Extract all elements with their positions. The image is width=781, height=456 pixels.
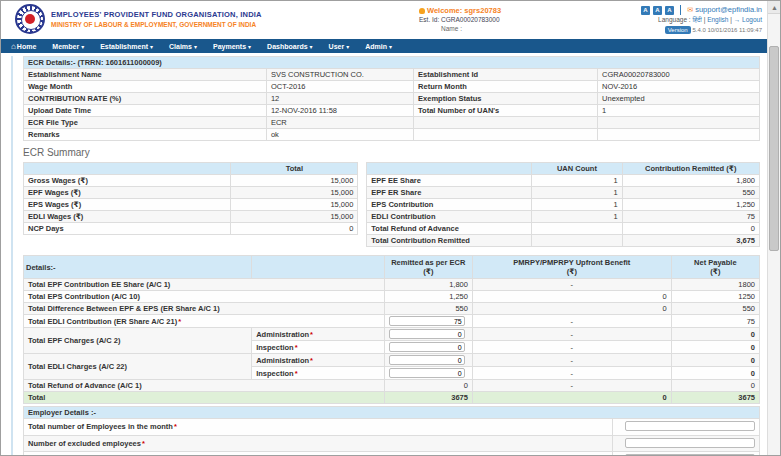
vertical-scrollbar[interactable]: ▲ <box>767 1 780 455</box>
table-row: Wage MonthOCT-2016 Return MonthNOV-2016 <box>24 81 760 93</box>
column-header: Net Payable(₹) <box>671 256 759 279</box>
column-header: Total <box>231 163 358 175</box>
table-row: NCP Days0 <box>24 223 358 235</box>
edli-admin-charges-input[interactable] <box>389 355 465 365</box>
main-navbar: ⌂Home Member▾ Establishment▾ Claims▾ Pay… <box>1 39 780 53</box>
column-header: PMRPY/PMPRPY Upfront Benefit(₹) <box>472 256 671 279</box>
table-row: Total EPS Contribution (A/C 10) 1,250 0 … <box>24 291 760 303</box>
chevron-down-icon: ▾ <box>389 44 392 50</box>
org-subtitle: MINISTRY OF LABOUR & EMPLOYMENT, GOVERNM… <box>51 21 262 28</box>
ecr-details-table: ECR Details:- (TRRN: 1601611000009) Esta… <box>23 56 760 141</box>
required-marker: * <box>178 317 181 326</box>
table-row: ECR File TypeECR <box>24 117 760 129</box>
edli-contribution-input[interactable] <box>389 316 465 326</box>
required-marker: * <box>310 356 313 365</box>
table-row: Total EDLI Contribution (ER Share A/C 21… <box>24 315 760 328</box>
envelope-icon: ✉ <box>687 6 693 13</box>
epf-inspection-charges-input[interactable] <box>389 342 465 352</box>
version-text: 5.4.0 10/01/2016 11:09:47 <box>692 27 762 33</box>
nav-member[interactable]: Member▾ <box>52 43 84 50</box>
table-row: EPF EE Share11,800 <box>367 175 760 187</box>
table-row: EPS Contribution11,250 <box>367 199 760 211</box>
logout-arrow-icon: → <box>734 16 741 23</box>
epfo-logo-icon <box>15 4 45 34</box>
table-row: Total Difference Between EPF & EPS (ER S… <box>24 303 760 315</box>
table-row: Total number of Employees in the month* <box>24 419 760 436</box>
edli-inspection-charges-input[interactable] <box>389 368 465 378</box>
required-marker: * <box>295 369 298 378</box>
table-row: EDLI Wages (₹)15,000 <box>24 211 358 223</box>
table-row: Gross Wages (₹)15,000 <box>24 175 358 187</box>
nav-claims[interactable]: Claims▾ <box>169 43 197 50</box>
required-marker: * <box>295 343 298 352</box>
welcome-text: Welcome: sgrs20783 <box>427 6 501 15</box>
contribution-summary-table: UAN Count Contribution Remitted (₹) EPF … <box>366 162 760 247</box>
chevron-down-icon: ▾ <box>310 44 313 50</box>
chevron-down-icon: ▾ <box>81 44 84 50</box>
ecr-summary-heading: ECR Summary <box>23 147 760 158</box>
top-header: EMPLOYEES' PROVIDENT FUND ORGANISATION, … <box>1 1 780 39</box>
support-email-link[interactable]: support@epfindia.in <box>695 5 762 14</box>
excluded-employees-input[interactable] <box>625 438 755 448</box>
nav-user[interactable]: User▾ <box>329 43 350 50</box>
chevron-down-icon: ▾ <box>346 44 349 50</box>
total-employees-input[interactable] <box>625 421 755 431</box>
table-row: Total Refund of Advance0 <box>367 223 760 235</box>
version-badge: Version <box>665 26 691 34</box>
table-row: Upload Date Time12-NOV-2016 11:58 Total … <box>24 105 760 117</box>
org-title: EMPLOYEES' PROVIDENT FUND ORGANISATION, … <box>51 10 262 19</box>
language-english-link[interactable]: English <box>707 16 728 23</box>
brand: EMPLOYEES' PROVIDENT FUND ORGANISATION, … <box>15 4 262 34</box>
font-size-small-button[interactable]: A <box>641 6 650 15</box>
scrollbar-thumb[interactable] <box>769 46 779 251</box>
table-row: EPF ER Share1550 <box>367 187 760 199</box>
language-label: Language : <box>658 16 691 23</box>
column-header: Remitted as per ECR(₹) <box>384 256 472 279</box>
main-content: ECR Details:- (TRRN: 1601611000009) Esta… <box>11 56 760 456</box>
details-total-row: Total 3675 0 3675 <box>24 392 760 404</box>
required-marker: * <box>142 439 145 448</box>
establishment-id-text: Est. Id: CGRA00020783000 <box>419 15 501 24</box>
table-row: Remarksok <box>24 129 760 141</box>
nav-admin[interactable]: Admin▾ <box>365 43 392 50</box>
table-row: Total Contribution Remitted3,675 <box>367 235 760 247</box>
table-row: EPS Wages (₹)15,000 <box>24 199 358 211</box>
table-row: Total EPF Charges (A/C 2) Administration… <box>24 328 760 341</box>
chevron-down-icon: ▾ <box>150 44 153 50</box>
table-row: Total EDLI Charges (A/C 22) Administrati… <box>24 354 760 367</box>
table-row: EPF Wages (₹)15,000 <box>24 187 358 199</box>
epfo-ecr-page: ▲ EMPLOYEES' PROVIDENT FUND ORGANISATION… <box>0 0 781 456</box>
nav-establishment[interactable]: Establishment▾ <box>100 43 153 50</box>
nav-dashboards[interactable]: Dashboards▾ <box>267 43 312 50</box>
employer-details-table: Employer Details :- Total number of Empl… <box>23 406 760 456</box>
required-marker: * <box>174 422 177 431</box>
scroll-up-icon[interactable]: ▲ <box>768 1 781 14</box>
table-row: Gross wages of the Excluded Employees (₹… <box>24 452 760 456</box>
welcome-block: Welcome: sgrs20783 Est. Id: CGRA00020783… <box>419 6 501 33</box>
font-size-large-button[interactable]: A <box>665 6 674 15</box>
table-row: Total EPF Contribution EE Share (A/C 1) … <box>24 279 760 291</box>
epf-admin-charges-input[interactable] <box>389 329 465 339</box>
language-hindi-link[interactable]: हिंदी <box>692 16 701 23</box>
table-row: CONTRIBUTION RATE (%)12 Exemption Status… <box>24 93 760 105</box>
font-size-medium-button[interactable]: A <box>653 6 662 15</box>
ecr-details-title: ECR Details:- (TRRN: 1601611000009) <box>24 57 760 69</box>
divider <box>680 5 681 15</box>
nav-home[interactable]: ⌂Home <box>11 42 36 51</box>
header-utilities: A A A ✉ support@epfindia.in Language : ह… <box>640 5 762 35</box>
wages-summary-table: Total Gross Wages (₹)15,000 EPF Wages (₹… <box>23 162 358 235</box>
nav-payments[interactable]: Payments▾ <box>213 43 251 50</box>
divider: | <box>704 16 706 23</box>
chevron-down-icon: ▾ <box>194 44 197 50</box>
logout-link[interactable]: Logout <box>742 16 762 23</box>
details-title: Details:- <box>24 256 252 279</box>
user-icon <box>419 8 425 14</box>
employer-details-title: Employer Details :- <box>24 407 760 419</box>
required-marker: * <box>310 330 313 339</box>
table-row: Establishment NameSVS CONSTRUCTION CO. E… <box>24 69 760 81</box>
name-text: Name : <box>441 24 501 33</box>
column-header: Contribution Remitted (₹) <box>622 163 759 175</box>
table-row: EDLI Contribution175 <box>367 211 760 223</box>
table-row: Total Refund of Advance (A/C 1) 0 - 0 <box>24 380 760 392</box>
chevron-down-icon: ▾ <box>248 44 251 50</box>
